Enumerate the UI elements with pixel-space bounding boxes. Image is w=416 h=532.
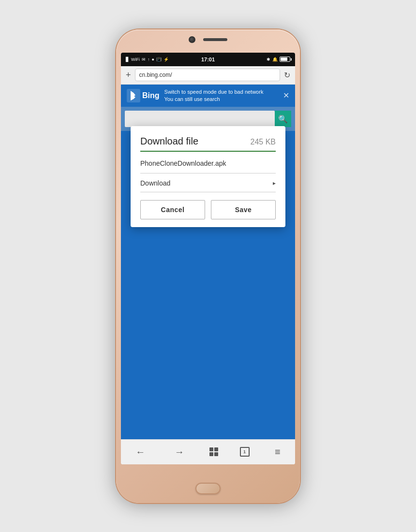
url-input[interactable]: cn.bing.com/ bbox=[135, 69, 280, 81]
tabs-button[interactable]: 1 bbox=[240, 447, 250, 457]
dropdown-arrow-icon: ▸ bbox=[273, 180, 276, 187]
home-button[interactable] bbox=[195, 483, 221, 494]
add-tab-button[interactable]: + bbox=[126, 70, 131, 80]
front-camera bbox=[189, 36, 195, 43]
battery-icon bbox=[280, 57, 290, 62]
bing-message-line2: You can still use search bbox=[164, 96, 278, 103]
download-dialog: Download file 245 KB PhoneCloneDownloade… bbox=[131, 126, 285, 227]
dialog-header: Download file 245 KB bbox=[140, 136, 276, 147]
status-time: 17:01 bbox=[201, 57, 215, 62]
phone-device: ▊ WiFi ✉ ↑ ● 📳 ⚡ 17:01 ✱ 🔔 + cn.bing.com… bbox=[116, 29, 300, 503]
cancel-button[interactable]: Cancel bbox=[140, 200, 205, 219]
dialog-buttons: Cancel Save bbox=[140, 200, 276, 219]
dialog-overlay: Download file 245 KB PhoneCloneDownloade… bbox=[121, 121, 295, 439]
download-progress-bar bbox=[140, 151, 276, 152]
app-icon-blue: ● bbox=[152, 57, 154, 62]
wifi-icon: WiFi bbox=[131, 57, 140, 62]
bottom-navigation: ← → 1 ≡ bbox=[121, 439, 295, 464]
bing-name: Bing bbox=[142, 91, 160, 100]
dialog-folder-row[interactable]: Download ▸ bbox=[140, 179, 276, 192]
tabs-count: 1 bbox=[243, 449, 246, 454]
menu-button[interactable]: ≡ bbox=[271, 443, 284, 461]
back-button[interactable]: ← bbox=[132, 443, 149, 461]
battery-fill bbox=[281, 58, 287, 61]
earpiece-speaker bbox=[203, 38, 227, 41]
status-bar: ▊ WiFi ✉ ↑ ● 📳 ⚡ 17:01 ✱ 🔔 bbox=[121, 53, 295, 66]
download-progress-fill bbox=[140, 151, 276, 152]
dialog-file-size: 245 KB bbox=[251, 138, 276, 146]
power-icon: ⚡ bbox=[163, 57, 169, 62]
bing-notification-bar: Bing Switch to speed mode due to bad net… bbox=[121, 85, 295, 107]
bing-logo: Bing bbox=[127, 89, 160, 102]
refresh-button[interactable]: ↻ bbox=[284, 71, 290, 80]
phone-top-hardware bbox=[189, 36, 227, 43]
bing-logo-icon bbox=[127, 89, 140, 102]
forward-button[interactable]: → bbox=[171, 443, 188, 461]
sound-icon: 🔔 bbox=[272, 57, 278, 62]
save-button[interactable]: Save bbox=[211, 200, 276, 219]
bing-b-icon bbox=[130, 91, 137, 101]
grid-view-button[interactable] bbox=[209, 447, 218, 456]
bing-close-button[interactable]: ✕ bbox=[283, 91, 289, 100]
email-icon: ✉ bbox=[142, 57, 146, 62]
signal-icon: ▊ bbox=[126, 57, 129, 62]
url-bar[interactable]: + cn.bing.com/ ↻ bbox=[121, 66, 295, 85]
status-icons-left: ▊ WiFi ✉ ↑ ● 📳 ⚡ bbox=[126, 57, 169, 62]
bing-message: Switch to speed mode due to bad network … bbox=[164, 88, 278, 103]
bluetooth-icon: ✱ bbox=[267, 57, 270, 62]
upload-icon: ↑ bbox=[148, 57, 150, 62]
vibrate-icon: 📳 bbox=[156, 57, 162, 62]
browser-content: 🔍 Download file 245 KB PhoneCloneDownloa… bbox=[121, 107, 295, 439]
dialog-folder-text: Download bbox=[140, 179, 170, 187]
status-icons-right: ✱ 🔔 bbox=[267, 57, 290, 62]
url-text: cn.bing.com/ bbox=[139, 72, 172, 78]
phone-screen: ▊ WiFi ✉ ↑ ● 📳 ⚡ 17:01 ✱ 🔔 + cn.bing.com… bbox=[121, 53, 295, 464]
bing-message-line1: Switch to speed mode due to bad network bbox=[164, 88, 278, 96]
dialog-title: Download file bbox=[140, 136, 198, 147]
dialog-filename: PhoneCloneDownloader.apk bbox=[140, 159, 276, 173]
